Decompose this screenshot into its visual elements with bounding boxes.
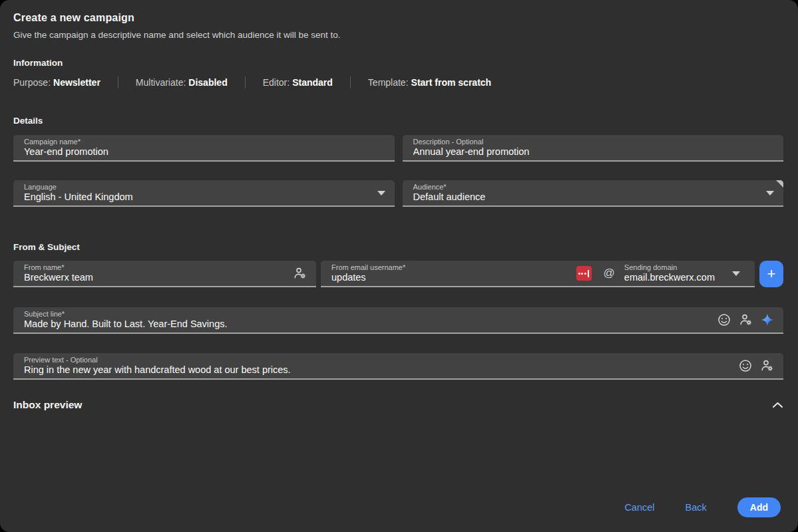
from-email-username-label: From email username*: [331, 263, 576, 272]
person-gear-icon[interactable]: [760, 359, 774, 372]
page-title: Create a new campaign: [13, 12, 783, 24]
subject-line-value[interactable]: Made by Hand. Built to Last. Year-End Sa…: [24, 319, 709, 330]
information-heading: Information: [13, 58, 783, 68]
add-button[interactable]: Add: [737, 497, 781, 517]
from-name-value[interactable]: Breckwerx team: [24, 272, 285, 283]
divider: [350, 76, 351, 88]
person-gear-icon[interactable]: [739, 313, 753, 327]
from-email-group: From email username* updates @ Sending d…: [321, 261, 755, 287]
preview-text-field[interactable]: Preview text - Optional Ring in the new …: [13, 353, 783, 380]
campaign-name-label: Campaign name*: [24, 138, 385, 146]
lastpass-autofill-icon[interactable]: [576, 266, 592, 281]
campaign-name-value[interactable]: Year-end promotion: [24, 146, 385, 158]
dialog-actions: Cancel Back Add: [624, 497, 781, 517]
subject-line-field[interactable]: Subject line* Made by Hand. Built to Las…: [13, 307, 783, 334]
audience-value: Default audience: [413, 192, 760, 203]
person-gear-icon[interactable]: [293, 267, 307, 280]
language-value: English - United Kingdom: [24, 192, 371, 203]
preview-text-value[interactable]: Ring in the new year with handcrafted wo…: [24, 364, 731, 376]
emoji-icon[interactable]: [717, 313, 731, 327]
details-heading: Details: [13, 116, 783, 126]
chevron-down-icon[interactable]: [766, 191, 774, 196]
add-domain-button[interactable]: +: [759, 261, 783, 287]
emoji-icon[interactable]: [739, 359, 752, 372]
audience-select[interactable]: Audience* Default audience: [403, 180, 784, 207]
information-summary: Purpose:Newsletter Multivariate:Disabled…: [13, 76, 783, 88]
details-fields: Campaign name* Year-end promotion Descri…: [13, 135, 783, 207]
info-editor: Editor:Standard: [263, 77, 333, 88]
page-subtitle: Give the campaign a descriptive name and…: [13, 30, 783, 40]
from-name-field[interactable]: From name* Breckwerx team: [13, 261, 316, 287]
info-multivariate: Multivariate:Disabled: [136, 77, 228, 88]
ai-sparkle-icon[interactable]: [761, 313, 774, 327]
corner-notch-icon: [776, 180, 783, 188]
create-campaign-dialog: Create a new campaign Give the campaign …: [0, 0, 798, 532]
subject-line-label: Subject line*: [24, 310, 709, 319]
chevron-down-icon[interactable]: [732, 271, 740, 276]
description-value[interactable]: Annual year-end promotion: [413, 146, 775, 158]
from-subject-heading: From & Subject: [13, 242, 783, 252]
from-row: From name* Breckwerx team: [13, 261, 783, 287]
language-select[interactable]: Language English - United Kingdom: [13, 180, 395, 207]
chevron-up-icon[interactable]: [772, 402, 783, 408]
campaign-name-field[interactable]: Campaign name* Year-end promotion: [13, 135, 395, 162]
sending-domain-select[interactable]: Sending domain email.breckwerx.com: [624, 263, 715, 283]
chevron-down-icon[interactable]: [377, 191, 385, 196]
info-template: Template:Start from scratch: [368, 77, 491, 88]
description-field[interactable]: Description - Optional Annual year-end p…: [403, 135, 784, 162]
from-email-username-field[interactable]: From email username* updates: [331, 263, 576, 283]
from-email-username-value[interactable]: updates: [331, 272, 576, 283]
back-button[interactable]: Back: [686, 502, 707, 513]
preview-text-label: Preview text - Optional: [24, 356, 731, 364]
language-label: Language: [24, 183, 371, 192]
sending-domain-value: email.breckwerx.com: [624, 272, 715, 283]
inbox-preview-heading: Inbox preview: [13, 399, 82, 411]
sending-domain-label: Sending domain: [624, 263, 715, 272]
description-label: Description - Optional: [413, 138, 775, 146]
divider: [118, 76, 118, 88]
inbox-preview-toggle[interactable]: Inbox preview: [13, 399, 783, 411]
info-purpose: Purpose:Newsletter: [13, 77, 100, 88]
cancel-button[interactable]: Cancel: [624, 502, 654, 513]
divider: [245, 76, 246, 88]
at-symbol: @: [604, 267, 615, 280]
audience-label: Audience*: [413, 183, 760, 192]
from-name-label: From name*: [24, 263, 285, 272]
